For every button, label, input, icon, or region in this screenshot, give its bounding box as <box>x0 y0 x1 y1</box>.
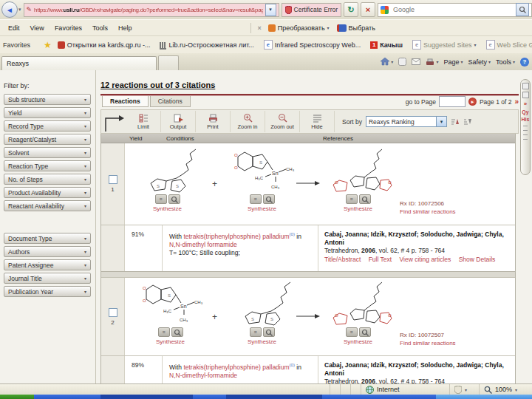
menu-edit[interactable]: Edit <box>3 24 25 32</box>
filter-publication-year[interactable]: Publication Year▾ <box>4 286 91 297</box>
structure-options-button[interactable]: ≡ <box>346 194 358 204</box>
hide-button[interactable]: Hide <box>300 111 335 132</box>
home-button[interactable]: ▾ <box>381 58 393 66</box>
filter-sub-structure[interactable]: Sub structure▾ <box>4 94 91 105</box>
output-button[interactable]: Output <box>161 111 196 132</box>
panel-icon[interactable] <box>522 83 529 89</box>
filter-record-type[interactable]: Record Type▾ <box>4 120 91 132</box>
menu-view[interactable]: View <box>25 24 50 32</box>
web-slice-gallery-button[interactable]: e Web Slice Gallery ▾ <box>482 40 532 50</box>
synthesize-link[interactable]: Synthesize <box>156 338 185 345</box>
expand-panel-icon[interactable]: » <box>524 100 527 107</box>
taskbar-tasks[interactable] <box>34 395 436 399</box>
suggested-sites-button[interactable]: e Suggested Sites ▾ <box>409 40 480 50</box>
nav-history-caret-icon[interactable]: ▾ <box>18 7 21 13</box>
history-panel-tab[interactable]: His <box>522 117 530 122</box>
reactant-2-structure[interactable] <box>227 281 297 327</box>
structure-options-button[interactable]: ≡ <box>155 194 167 204</box>
favorite-kachysh[interactable]: 1 Качыш <box>366 41 406 49</box>
zoom-level-cell[interactable]: 100% ▾ <box>479 384 532 395</box>
view-citing-link[interactable]: View citing articles <box>400 256 451 263</box>
reactant-2-structure[interactable] <box>227 148 297 194</box>
search-box[interactable] <box>378 3 532 17</box>
filter-journal-title[interactable]: Journal Title▾ <box>4 273 91 284</box>
structure-zoom-button[interactable] <box>263 327 275 337</box>
find-similar-link[interactable]: Find similar reactions <box>400 339 456 347</box>
feeds-button[interactable] <box>398 58 406 66</box>
sort-descending-button[interactable] <box>463 117 472 126</box>
tab-reactions[interactable]: Reactions <box>102 96 149 107</box>
refresh-button[interactable]: ↻ <box>344 2 358 17</box>
menu-tools[interactable]: Tools <box>87 24 113 32</box>
show-details-link[interactable]: Show Details <box>459 256 496 263</box>
close-addon-toolbar-icon[interactable]: × <box>254 24 264 32</box>
favorites-bar-label[interactable]: Favorites <box>3 41 33 49</box>
filter-yield[interactable]: Yield▾ <box>4 107 91 118</box>
select-button[interactable]: Выбрать <box>333 24 379 32</box>
task-button[interactable] <box>100 395 193 399</box>
sort-select[interactable]: Reaxys Ranking ▾ <box>366 116 447 127</box>
structure-options-button[interactable]: ≡ <box>346 327 358 337</box>
tools-menu-button[interactable]: Tools▾ <box>496 58 515 66</box>
search-go-button[interactable] <box>516 3 529 16</box>
help-button[interactable]: ? <box>520 58 529 66</box>
zoom-out-button[interactable]: Zoom out <box>265 111 300 132</box>
structure-options-button[interactable]: ≡ <box>250 194 262 204</box>
structure-zoom-button[interactable] <box>359 327 371 337</box>
synthesize-link[interactable]: Synthesize <box>153 205 182 212</box>
structure-options-button[interactable]: ≡ <box>250 327 262 337</box>
product-structure[interactable] <box>323 148 393 194</box>
filter-reagent-catalyst[interactable]: Reagent/Catalyst▾ <box>4 134 91 145</box>
print-button[interactable]: ▾ <box>426 58 438 66</box>
address-input[interactable]: ✎ https://www.usli.ru/GBD/rx/navigate/pa… <box>24 3 279 17</box>
row-1-checkbox[interactable] <box>109 175 117 184</box>
structure-zoom-button[interactable] <box>168 194 180 204</box>
filter-document-type[interactable]: Document Type▾ <box>4 233 91 244</box>
structure-zoom-button[interactable] <box>359 194 371 204</box>
row-2-checkbox[interactable] <box>109 308 117 317</box>
find-similar-link[interactable]: Find similar reactions <box>400 208 456 216</box>
convert-dropdown-icon[interactable]: ▾ <box>327 25 330 30</box>
goto-page-input[interactable] <box>439 96 466 107</box>
query-panel-tab[interactable]: Qy <box>522 109 528 115</box>
back-button[interactable]: ◄ <box>1 1 18 18</box>
menu-favorites[interactable]: Favorites <box>50 24 87 32</box>
structure-zoom-button[interactable] <box>171 327 183 337</box>
solvent-link[interactable]: N,N-dimethyl-formamide <box>169 372 237 379</box>
structure-zoom-button[interactable] <box>263 194 275 204</box>
filter-solvent[interactable]: Solvent▾ <box>4 147 91 158</box>
filter-no-of-steps[interactable]: No. of Steps▾ <box>4 174 91 185</box>
certificate-error-badge[interactable]: Certificate Error <box>282 3 342 17</box>
add-favorite-star-icon[interactable]: ★ <box>44 40 52 50</box>
read-mail-button[interactable] <box>412 58 420 65</box>
favorite-postcards[interactable]: Открытки на kards.qp.ru -... <box>54 41 154 49</box>
reactant-1-structure[interactable] <box>132 148 202 194</box>
filter-reactant-availability[interactable]: Reactant Availability▾ <box>4 200 91 211</box>
zoom-in-button[interactable]: Zoom in <box>231 111 265 132</box>
address-dropdown-icon[interactable]: ▾ <box>265 4 276 16</box>
title-abstract-link[interactable]: Title/Abstract <box>324 256 361 263</box>
new-tab-button[interactable] <box>158 55 179 70</box>
favorite-infrared[interactable]: e Infrared Spectroscopy Web... <box>260 40 364 50</box>
safety-menu-button[interactable]: Safety▾ <box>468 58 491 66</box>
filter-product-availability[interactable]: Product Availability▾ <box>4 187 91 198</box>
sort-ascending-button[interactable] <box>451 117 460 126</box>
synthesize-link[interactable]: Synthesize <box>344 338 372 345</box>
synthesize-link[interactable]: Synthesize <box>344 205 372 212</box>
limit-button[interactable]: Limit <box>126 111 161 132</box>
next-page-button[interactable]: » <box>514 98 519 106</box>
protected-mode-cell[interactable]: ▾ <box>449 384 479 395</box>
reagent-link[interactable]: tetrakis(triphenylphosphine) palladium <box>183 364 289 371</box>
tab-citations[interactable]: Citations <box>150 96 191 107</box>
structure-options-button[interactable]: ≡ <box>158 327 170 337</box>
start-button[interactable] <box>0 395 34 399</box>
favorite-libru[interactable]: Lib.ru-Остросюжетная лит... <box>156 41 257 50</box>
task-button[interactable] <box>226 395 322 399</box>
page-menu-button[interactable]: Page▾ <box>443 58 463 66</box>
browser-tab-reaxys[interactable]: Reaxys <box>1 56 157 70</box>
solvent-link[interactable]: N,N-dimethyl formamide <box>169 241 237 248</box>
print-results-button[interactable]: Print <box>196 111 231 132</box>
search-input[interactable] <box>392 5 513 14</box>
synthesize-link[interactable]: Synthesize <box>248 205 276 212</box>
reagent-link[interactable]: tetrakis(triphenylphosphine) palladium <box>183 233 289 240</box>
